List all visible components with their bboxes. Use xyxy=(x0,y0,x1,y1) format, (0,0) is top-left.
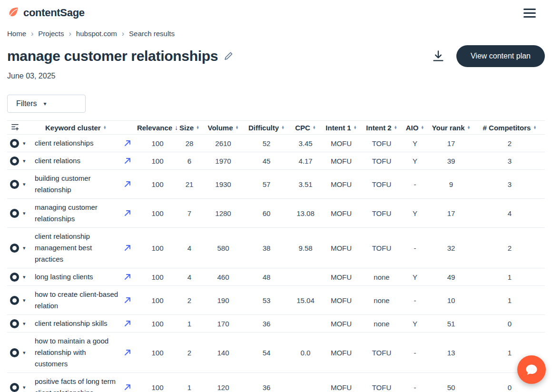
column-header-intent-2[interactable]: Intent 2▲▼ xyxy=(361,124,402,132)
sort-icon[interactable]: ▲▼ xyxy=(236,126,239,130)
trend-arrow-icon[interactable] xyxy=(123,244,132,252)
keyword-cluster-cell[interactable]: client relations xyxy=(35,155,123,167)
cluster-icon[interactable] xyxy=(10,296,19,305)
trend-arrow-icon[interactable] xyxy=(123,273,132,281)
keyword-cluster-cell[interactable]: positive facts of long term client relat… xyxy=(35,376,123,392)
competitors-cell: 4 xyxy=(474,209,545,217)
table-row: ▾long lasting clients100446048MOFUnoneY4… xyxy=(7,268,545,286)
sort-icon[interactable]: ▲▼ xyxy=(103,126,107,130)
expand-row-icon[interactable]: ▾ xyxy=(23,158,26,164)
expand-row-icon[interactable]: ▾ xyxy=(23,210,26,216)
breadcrumb-item-projects[interactable]: Projects xyxy=(38,29,64,38)
intent2-cell: TOFU xyxy=(361,383,402,392)
intent1-cell: MOFU xyxy=(321,296,361,304)
column-header-volume[interactable]: Volume▲▼ xyxy=(203,124,243,132)
expand-row-icon[interactable]: ▾ xyxy=(23,245,26,251)
relevance-cell: 100 xyxy=(139,320,176,328)
column-header-relevance[interactable]: Relevance↓ xyxy=(139,124,176,132)
row-controls: ▾ xyxy=(7,296,35,305)
keyword-cluster-cell[interactable]: how to maintain a good relationship with… xyxy=(35,335,123,370)
expand-row-icon[interactable]: ▾ xyxy=(23,350,26,356)
keyword-cluster-cell[interactable]: client relationships xyxy=(35,137,123,149)
table-row: ▾how to create client-based relation1002… xyxy=(7,286,545,315)
trend-arrow-icon[interactable] xyxy=(123,209,132,217)
breadcrumb-item-home[interactable]: Home xyxy=(7,29,26,38)
trend-arrow-icon[interactable] xyxy=(123,139,132,147)
keyword-cluster-cell[interactable]: client relationship management best prac… xyxy=(35,231,123,265)
expand-row-icon[interactable]: ▾ xyxy=(23,181,26,187)
chat-widget-button[interactable] xyxy=(517,355,546,384)
expand-row-icon[interactable]: ▾ xyxy=(23,140,26,147)
trend-arrow-icon[interactable] xyxy=(123,180,132,188)
sort-icon[interactable]: ▲▼ xyxy=(533,126,536,130)
table-row: ▾positive facts of long term client rela… xyxy=(7,373,545,392)
trend-arrow-icon[interactable] xyxy=(123,383,132,392)
menu-button[interactable] xyxy=(522,7,538,20)
column-label: CPC xyxy=(295,124,310,132)
column-header-keyword-cluster[interactable]: Keyword cluster▲▼ xyxy=(35,124,139,132)
sort-icon[interactable]: ▲▼ xyxy=(467,126,470,130)
intent2-cell: TOFU xyxy=(361,157,402,165)
expand-all-icon[interactable] xyxy=(11,123,19,132)
column-header-competitors[interactable]: # Competitors▲▼ xyxy=(474,124,545,132)
sort-icon[interactable]: ▲▼ xyxy=(394,126,397,130)
relevance-cell: 100 xyxy=(139,383,176,392)
sort-icon[interactable]: ▲▼ xyxy=(354,126,357,130)
sort-icon[interactable]: ▲▼ xyxy=(313,126,316,130)
expand-row-icon[interactable]: ▾ xyxy=(23,384,26,391)
column-header-aio[interactable]: AIO▲▼ xyxy=(402,124,428,132)
trend-arrow-icon[interactable] xyxy=(123,157,132,165)
trend-arrow-icon[interactable] xyxy=(123,348,132,357)
size-cell: 4 xyxy=(176,273,203,281)
volume-cell: 460 xyxy=(203,273,243,281)
column-header-size[interactable]: Size▲▼ xyxy=(176,124,203,132)
relevance-cell: 100 xyxy=(139,157,176,165)
column-label: Intent 1 xyxy=(325,124,351,132)
download-icon[interactable] xyxy=(432,49,445,63)
sort-icon[interactable]: ▲▼ xyxy=(281,126,285,130)
cluster-icon[interactable] xyxy=(10,273,19,282)
cluster-icon[interactable] xyxy=(10,139,19,148)
trend-arrow-icon[interactable] xyxy=(123,319,132,328)
keyword-cluster-cell[interactable]: client relationship skills xyxy=(35,318,123,329)
expand-row-icon[interactable]: ▾ xyxy=(23,321,26,327)
keyword-cluster-cell[interactable]: managing customer relationships xyxy=(35,202,123,225)
cluster-icon[interactable] xyxy=(10,383,19,392)
keyword-cluster-cell[interactable]: building customer relationship xyxy=(35,173,123,196)
breadcrumb-item-search-results[interactable]: Search results xyxy=(129,29,175,38)
competitors-cell: 0 xyxy=(474,383,545,392)
trend-arrow-icon[interactable] xyxy=(123,296,132,304)
your-rank-cell: 13 xyxy=(428,349,474,357)
cluster-icon[interactable] xyxy=(10,244,19,253)
keyword-cluster-cell[interactable]: long lasting clients xyxy=(35,271,123,283)
difficulty-cell: 53 xyxy=(243,296,290,304)
competitors-cell: 3 xyxy=(474,157,545,165)
cpc-cell: 3.45 xyxy=(290,139,321,147)
keyword-cluster-cell[interactable]: how to create client-based relation xyxy=(35,289,123,312)
column-header-your-rank[interactable]: Your rank▲▼ xyxy=(428,124,474,132)
logo[interactable]: contentSage xyxy=(7,6,85,20)
cluster-icon[interactable] xyxy=(10,157,19,166)
column-header-difficulty[interactable]: Difficulty▲▼ xyxy=(243,124,290,132)
cluster-icon[interactable] xyxy=(10,209,19,218)
row-controls: ▾ xyxy=(7,319,35,328)
intent2-cell: TOFU xyxy=(361,244,402,252)
breadcrumb-item-hubspot-com[interactable]: hubspot.com xyxy=(76,29,117,38)
sort-icon[interactable]: ▲▼ xyxy=(421,126,424,130)
trend-cell xyxy=(123,319,139,328)
column-header-intent-1[interactable]: Intent 1▲▼ xyxy=(321,124,361,132)
edit-title-icon[interactable] xyxy=(224,51,233,61)
cluster-icon[interactable] xyxy=(10,348,19,357)
column-label: Intent 2 xyxy=(366,124,391,132)
cluster-icon[interactable] xyxy=(10,180,19,189)
cluster-icon[interactable] xyxy=(10,319,19,328)
expand-row-icon[interactable]: ▾ xyxy=(23,274,26,280)
expand-row-icon[interactable]: ▾ xyxy=(23,297,26,304)
volume-cell: 1930 xyxy=(203,180,243,188)
breadcrumb: Home›Projects›hubspot.com›Search results xyxy=(0,26,552,38)
filters-button[interactable]: Filters ▾ xyxy=(7,95,86,113)
column-header-cpc[interactable]: CPC▲▼ xyxy=(290,124,321,132)
cpc-cell: 13.08 xyxy=(290,209,321,217)
sort-icon[interactable]: ▲▼ xyxy=(196,126,199,130)
view-content-plan-button[interactable]: View content plan xyxy=(456,45,545,67)
